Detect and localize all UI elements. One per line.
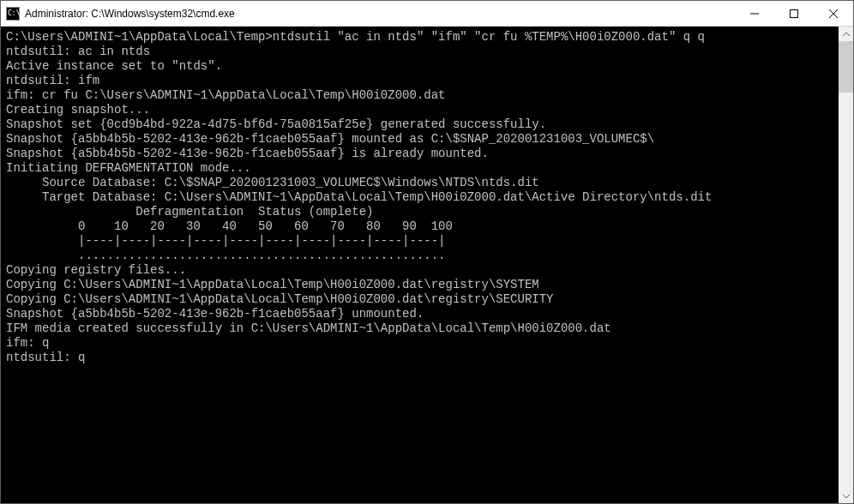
- minimize-icon: [750, 9, 759, 18]
- cmd-window: C:\ Administrator: C:\Windows\system32\c…: [0, 0, 854, 504]
- terminal-line: Snapshot {a5bb4b5b-5202-413e-962b-f1caeb…: [6, 307, 833, 321]
- terminal-line: Source Database: C:\$SNAP_202001231003_V…: [6, 176, 833, 190]
- terminal-line: Snapshot set {0cd9b4bd-922a-4d75-bf6d-75…: [6, 117, 833, 132]
- terminal-line: Active instance set to "ntds".: [6, 59, 833, 74]
- terminal-line: Creating snapshot...: [6, 103, 833, 117]
- terminal-line: C:\Users\ADMINI~1\AppData\Local\Temp>ntd…: [6, 30, 833, 45]
- svg-rect-1: [791, 9, 798, 17]
- close-icon: [829, 9, 838, 18]
- terminal-line: ntdsutil: ifm: [6, 74, 833, 88]
- titlebar[interactable]: C:\ Administrator: C:\Windows\system32\c…: [1, 1, 853, 27]
- cmd-icon: C:\: [6, 7, 20, 21]
- scroll-down-arrow-icon[interactable]: [839, 489, 853, 503]
- terminal-line: ifm: cr fu C:\Users\ADMINI~1\AppData\Loc…: [6, 88, 833, 103]
- terminal-line: 0 10 20 30 40 50 60 70 80 90 100: [6, 219, 833, 234]
- window-title: Administrator: C:\Windows\system32\cmd.e…: [25, 8, 235, 20]
- terminal-line: ntdsutil: ac in ntds: [6, 45, 833, 59]
- terminal-line: Snapshot {a5bb4b5b-5202-413e-962b-f1caeb…: [6, 147, 833, 161]
- scroll-track[interactable]: [839, 41, 853, 489]
- terminal-line: Initiating DEFRAGMENTATION mode...: [6, 161, 833, 176]
- terminal-line: Copying C:\Users\ADMINI~1\AppData\Local\…: [6, 292, 833, 307]
- scroll-up-arrow-icon[interactable]: [839, 27, 853, 41]
- scroll-thumb[interactable]: [839, 41, 853, 93]
- terminal-line: ntdsutil: q: [6, 351, 833, 365]
- terminal-line: |----|----|----|----|----|----|----|----…: [6, 234, 833, 249]
- terminal-line: Target Database: C:\Users\ADMINI~1\AppDa…: [6, 190, 833, 205]
- maximize-button[interactable]: [774, 1, 814, 27]
- terminal-line: ........................................…: [6, 249, 833, 263]
- terminal-output[interactable]: C:\Users\ADMINI~1\AppData\Local\Temp>ntd…: [1, 27, 839, 503]
- client-area: C:\Users\ADMINI~1\AppData\Local\Temp>ntd…: [1, 27, 853, 503]
- close-button[interactable]: [814, 1, 853, 27]
- terminal-line: Snapshot {a5bb4b5b-5202-413e-962b-f1caeb…: [6, 132, 833, 147]
- terminal-line: Copying registry files...: [6, 263, 833, 278]
- vertical-scrollbar[interactable]: [839, 27, 853, 503]
- terminal-line: Defragmentation Status (omplete): [6, 205, 833, 219]
- minimize-button[interactable]: [735, 1, 774, 27]
- terminal-line: IFM media created successfully in C:\Use…: [6, 321, 833, 336]
- terminal-line: ifm: q: [6, 336, 833, 351]
- terminal-line: Copying C:\Users\ADMINI~1\AppData\Local\…: [6, 278, 833, 292]
- maximize-icon: [790, 9, 798, 18]
